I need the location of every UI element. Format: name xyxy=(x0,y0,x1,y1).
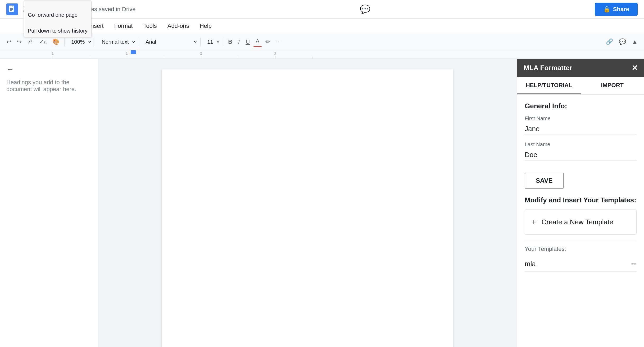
font-size-select[interactable]: 11 8 10 12 14 xyxy=(203,37,220,47)
undo-button[interactable]: ↩ xyxy=(4,37,13,47)
menu-format[interactable]: Format xyxy=(110,21,137,31)
divider-4 xyxy=(200,38,201,46)
divider-5 xyxy=(223,38,223,46)
svg-text:1: 1 xyxy=(52,51,54,55)
font-select[interactable]: Arial Times New Roman Courier New xyxy=(142,37,198,47)
svg-rect-18 xyxy=(131,50,136,54)
tooltip: Go forward one page Pull down to show hi… xyxy=(24,1,92,37)
your-templates-title: Your Templates: xyxy=(525,246,637,252)
first-name-label: First Name xyxy=(525,115,637,122)
outline-panel: ← Headings you add to the document will … xyxy=(0,59,98,347)
link-button[interactable]: 🔗 xyxy=(604,37,615,47)
main-area: ← Headings you add to the document will … xyxy=(0,59,644,347)
print-button[interactable]: 🖨 xyxy=(25,37,35,47)
doc-icon xyxy=(6,3,18,15)
menu-tools[interactable]: Tools xyxy=(139,21,161,31)
plus-icon: + xyxy=(531,217,536,227)
create-template-button[interactable]: + Create a New Template xyxy=(525,210,637,235)
mla-tabs: HELP/TUTORIAL IMPORT xyxy=(517,77,644,95)
comment-icon[interactable]: 💬 xyxy=(360,4,370,14)
template-name: mla xyxy=(525,260,536,268)
share-button[interactable]: 🔒 Share xyxy=(595,3,638,16)
divider-2 xyxy=(95,38,95,46)
general-info-title: General Info: xyxy=(525,102,637,110)
svg-rect-2 xyxy=(10,8,13,9)
svg-text:2: 2 xyxy=(200,51,202,55)
svg-rect-4 xyxy=(10,10,12,11)
mla-header: MLA Formatter ✕ xyxy=(517,59,644,77)
tooltip-line2: Pull down to show history xyxy=(28,28,88,34)
style-select[interactable]: Normal text Heading 1 Heading 2 xyxy=(98,37,136,47)
template-item: mla ✏ xyxy=(525,257,637,272)
share-label: Share xyxy=(613,6,629,13)
bold-button[interactable]: B xyxy=(226,37,234,47)
outline-back-button[interactable]: ← xyxy=(6,65,91,74)
svg-rect-5 xyxy=(0,50,644,59)
save-button[interactable]: SAVE xyxy=(525,173,564,189)
mla-title: MLA Formatter xyxy=(524,64,572,72)
menu-help[interactable]: Help xyxy=(196,21,216,31)
ruler: 1 1 2 3 xyxy=(0,50,644,59)
comment-button[interactable]: 💬 xyxy=(617,37,628,47)
svg-rect-3 xyxy=(10,9,13,10)
create-template-label: Create a New Template xyxy=(542,218,613,226)
doc-page xyxy=(162,69,453,347)
tab-import[interactable]: IMPORT xyxy=(581,77,644,94)
tooltip-line1: Go forward one page xyxy=(28,12,78,18)
collapse-button[interactable]: ▲ xyxy=(630,37,640,47)
menu-bar: File Edit View Insert Format Tools Add-o… xyxy=(0,19,644,33)
last-name-input[interactable] xyxy=(525,149,637,161)
spell-check-button[interactable]: ✓a xyxy=(37,37,49,47)
first-name-input[interactable] xyxy=(525,123,637,135)
lock-icon: 🔒 xyxy=(603,6,610,13)
your-templates-section: Your Templates: mla ✏ xyxy=(525,240,637,272)
divider-1 xyxy=(64,38,65,46)
divider-3 xyxy=(139,38,139,46)
outline-placeholder: Headings you add to the document will ap… xyxy=(6,79,91,93)
svg-text:3: 3 xyxy=(274,51,276,55)
more-options-button[interactable]: ··· xyxy=(274,37,283,47)
doc-area[interactable] xyxy=(98,59,517,347)
mla-content: General Info: First Name Last Name SAVE … xyxy=(517,95,644,347)
mla-close-button[interactable]: ✕ xyxy=(632,64,638,72)
mla-panel: MLA Formatter ✕ HELP/TUTORIAL IMPORT Gen… xyxy=(517,59,644,347)
modify-title: Modify and Insert Your Templates: xyxy=(525,196,637,204)
top-bar: Go forward one page Pull down to show hi… xyxy=(0,0,644,19)
last-name-group: Last Name xyxy=(525,141,637,161)
menu-addons[interactable]: Add-ons xyxy=(163,21,193,31)
svg-text:1: 1 xyxy=(126,51,128,55)
paint-format-button[interactable]: 🎨 xyxy=(50,37,62,47)
toolbar: ↩ ↪ 🖨 ✓a 🎨 100% 75% 50% 150% Normal text… xyxy=(0,33,644,50)
template-edit-icon[interactable]: ✏ xyxy=(631,260,637,268)
redo-button[interactable]: ↪ xyxy=(15,37,24,47)
first-name-group: First Name xyxy=(525,115,637,135)
italic-button[interactable]: I xyxy=(236,37,242,47)
highlight-button[interactable]: ✏ xyxy=(263,37,272,47)
zoom-select[interactable]: 100% 75% 50% 150% xyxy=(67,37,92,47)
last-name-label: Last Name xyxy=(525,141,637,148)
tab-help-tutorial[interactable]: HELP/TUTORIAL xyxy=(517,77,581,94)
text-color-button[interactable]: A xyxy=(253,36,262,47)
underline-button[interactable]: U xyxy=(243,37,252,47)
